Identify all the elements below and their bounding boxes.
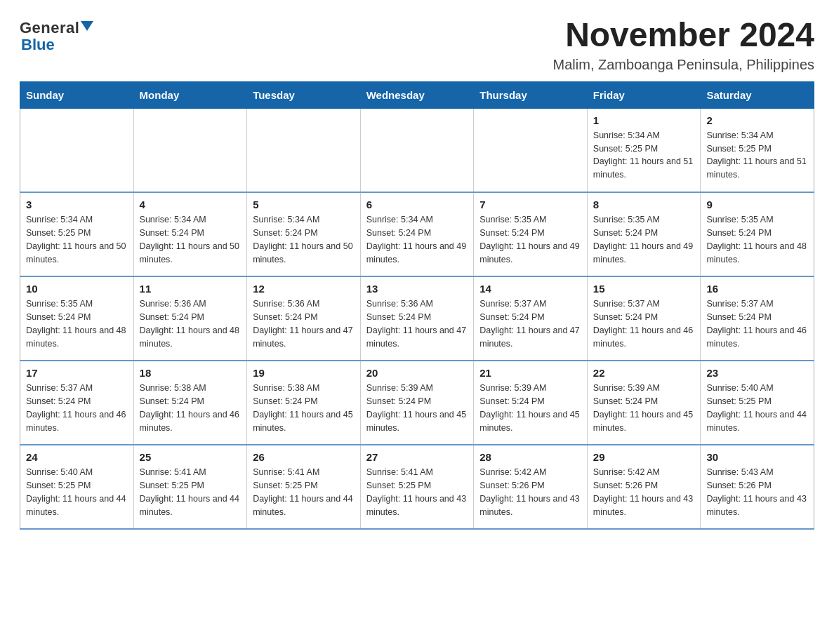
logo-blue-text: Blue	[21, 36, 55, 53]
calendar-cell: 2Sunrise: 5:34 AM Sunset: 5:25 PM Daylig…	[701, 108, 814, 192]
day-info: Sunrise: 5:34 AM Sunset: 5:24 PM Dayligh…	[366, 213, 468, 266]
calendar-cell	[247, 108, 361, 192]
calendar-cell: 8Sunrise: 5:35 AM Sunset: 5:24 PM Daylig…	[587, 192, 701, 276]
day-info: Sunrise: 5:37 AM Sunset: 5:24 PM Dayligh…	[26, 382, 128, 434]
day-number: 22	[593, 367, 695, 379]
day-info: Sunrise: 5:41 AM Sunset: 5:25 PM Dayligh…	[140, 466, 241, 518]
day-info: Sunrise: 5:40 AM Sunset: 5:25 PM Dayligh…	[706, 382, 808, 434]
day-info: Sunrise: 5:41 AM Sunset: 5:25 PM Dayligh…	[366, 466, 468, 518]
calendar-subtitle: Malim, Zamboanga Peninsula, Philippines	[553, 57, 814, 73]
calendar-cell: 14Sunrise: 5:37 AM Sunset: 5:24 PM Dayli…	[474, 276, 588, 361]
day-number: 26	[253, 451, 355, 463]
calendar-cell: 23Sunrise: 5:40 AM Sunset: 5:25 PM Dayli…	[701, 361, 814, 445]
day-number: 8	[593, 199, 695, 210]
calendar-week-row: 10Sunrise: 5:35 AM Sunset: 5:24 PM Dayli…	[20, 276, 814, 361]
calendar-week-row: 1Sunrise: 5:34 AM Sunset: 5:25 PM Daylig…	[20, 108, 814, 192]
day-number: 20	[366, 367, 468, 379]
calendar-cell: 20Sunrise: 5:39 AM Sunset: 5:24 PM Dayli…	[360, 361, 474, 445]
day-info: Sunrise: 5:42 AM Sunset: 5:26 PM Dayligh…	[593, 466, 695, 518]
day-number: 14	[479, 283, 581, 295]
day-info: Sunrise: 5:39 AM Sunset: 5:24 PM Dayligh…	[479, 382, 581, 434]
day-info: Sunrise: 5:43 AM Sunset: 5:26 PM Dayligh…	[706, 466, 808, 518]
calendar-cell: 1Sunrise: 5:34 AM Sunset: 5:25 PM Daylig…	[587, 108, 701, 192]
calendar-cell: 15Sunrise: 5:37 AM Sunset: 5:24 PM Dayli…	[587, 276, 701, 361]
day-number: 17	[26, 367, 128, 379]
calendar-cell: 27Sunrise: 5:41 AM Sunset: 5:25 PM Dayli…	[360, 445, 474, 529]
calendar-cell: 4Sunrise: 5:34 AM Sunset: 5:24 PM Daylig…	[133, 192, 247, 276]
day-number: 28	[479, 451, 581, 463]
calendar-cell: 3Sunrise: 5:34 AM Sunset: 5:25 PM Daylig…	[20, 192, 134, 276]
calendar-cell: 18Sunrise: 5:38 AM Sunset: 5:24 PM Dayli…	[133, 361, 247, 445]
header: General Blue November 2024 Malim, Zamboa…	[20, 17, 814, 73]
calendar-cell: 6Sunrise: 5:34 AM Sunset: 5:24 PM Daylig…	[360, 192, 474, 276]
calendar-cell: 19Sunrise: 5:38 AM Sunset: 5:24 PM Dayli…	[247, 361, 361, 445]
calendar-cell: 26Sunrise: 5:41 AM Sunset: 5:25 PM Dayli…	[247, 445, 361, 529]
calendar-cell: 22Sunrise: 5:39 AM Sunset: 5:24 PM Dayli…	[587, 361, 701, 445]
calendar-cell: 25Sunrise: 5:41 AM Sunset: 5:25 PM Dayli…	[133, 445, 247, 529]
day-number: 6	[366, 199, 468, 210]
day-info: Sunrise: 5:38 AM Sunset: 5:24 PM Dayligh…	[140, 382, 241, 434]
day-of-week-header: Thursday	[474, 81, 588, 108]
calendar-cell: 30Sunrise: 5:43 AM Sunset: 5:26 PM Dayli…	[701, 445, 814, 529]
logo-general-text: General	[20, 20, 79, 36]
calendar-table: SundayMondayTuesdayWednesdayThursdayFrid…	[20, 81, 814, 530]
day-info: Sunrise: 5:39 AM Sunset: 5:24 PM Dayligh…	[593, 382, 695, 434]
day-number: 7	[479, 199, 581, 210]
day-number: 4	[140, 199, 241, 210]
calendar-cell: 11Sunrise: 5:36 AM Sunset: 5:24 PM Dayli…	[133, 276, 247, 361]
day-number: 10	[26, 283, 128, 295]
day-info: Sunrise: 5:41 AM Sunset: 5:25 PM Dayligh…	[253, 466, 355, 518]
day-info: Sunrise: 5:42 AM Sunset: 5:26 PM Dayligh…	[479, 466, 581, 518]
calendar-cell: 24Sunrise: 5:40 AM Sunset: 5:25 PM Dayli…	[20, 445, 134, 529]
logo: General Blue	[20, 17, 93, 53]
calendar-cell: 13Sunrise: 5:36 AM Sunset: 5:24 PM Dayli…	[360, 276, 474, 361]
calendar-cell: 17Sunrise: 5:37 AM Sunset: 5:24 PM Dayli…	[20, 361, 134, 445]
calendar-cell: 9Sunrise: 5:35 AM Sunset: 5:24 PM Daylig…	[701, 192, 814, 276]
day-info: Sunrise: 5:35 AM Sunset: 5:24 PM Dayligh…	[593, 213, 695, 266]
day-of-week-header: Tuesday	[247, 81, 361, 108]
day-of-week-header: Friday	[587, 81, 701, 108]
calendar-cell: 10Sunrise: 5:35 AM Sunset: 5:24 PM Dayli…	[20, 276, 134, 361]
calendar-cell: 7Sunrise: 5:35 AM Sunset: 5:24 PM Daylig…	[474, 192, 588, 276]
day-number: 29	[593, 451, 695, 463]
day-info: Sunrise: 5:34 AM Sunset: 5:25 PM Dayligh…	[26, 213, 128, 266]
day-of-week-header: Saturday	[701, 81, 814, 108]
calendar-cell: 29Sunrise: 5:42 AM Sunset: 5:26 PM Dayli…	[587, 445, 701, 529]
calendar-header-row: SundayMondayTuesdayWednesdayThursdayFrid…	[20, 81, 814, 108]
day-info: Sunrise: 5:36 AM Sunset: 5:24 PM Dayligh…	[253, 297, 355, 350]
day-number: 24	[26, 451, 128, 463]
day-number: 16	[706, 283, 808, 295]
day-info: Sunrise: 5:34 AM Sunset: 5:24 PM Dayligh…	[140, 213, 241, 266]
day-info: Sunrise: 5:35 AM Sunset: 5:24 PM Dayligh…	[479, 213, 581, 266]
day-info: Sunrise: 5:35 AM Sunset: 5:24 PM Dayligh…	[26, 297, 128, 350]
calendar-cell	[20, 108, 134, 192]
calendar-cell: 16Sunrise: 5:37 AM Sunset: 5:24 PM Dayli…	[701, 276, 814, 361]
calendar-cell	[133, 108, 247, 192]
day-number: 15	[593, 283, 695, 295]
calendar-cell	[360, 108, 474, 192]
day-number: 12	[253, 283, 355, 295]
calendar-cell	[474, 108, 588, 192]
day-info: Sunrise: 5:38 AM Sunset: 5:24 PM Dayligh…	[253, 382, 355, 434]
day-info: Sunrise: 5:35 AM Sunset: 5:24 PM Dayligh…	[706, 213, 808, 266]
day-number: 19	[253, 367, 355, 379]
day-number: 27	[366, 451, 468, 463]
day-number: 25	[140, 451, 241, 463]
day-number: 23	[706, 367, 808, 379]
day-of-week-header: Sunday	[20, 81, 134, 108]
day-of-week-header: Monday	[133, 81, 247, 108]
day-number: 11	[140, 283, 241, 295]
day-number: 30	[706, 451, 808, 463]
day-info: Sunrise: 5:39 AM Sunset: 5:24 PM Dayligh…	[366, 382, 468, 434]
day-number: 13	[366, 283, 468, 295]
day-info: Sunrise: 5:37 AM Sunset: 5:24 PM Dayligh…	[593, 297, 695, 350]
day-info: Sunrise: 5:37 AM Sunset: 5:24 PM Dayligh…	[479, 297, 581, 350]
day-number: 1	[593, 114, 695, 126]
day-info: Sunrise: 5:37 AM Sunset: 5:24 PM Dayligh…	[706, 297, 808, 350]
day-of-week-header: Wednesday	[360, 81, 474, 108]
day-info: Sunrise: 5:36 AM Sunset: 5:24 PM Dayligh…	[140, 297, 241, 350]
calendar-cell: 21Sunrise: 5:39 AM Sunset: 5:24 PM Dayli…	[474, 361, 588, 445]
calendar-cell: 28Sunrise: 5:42 AM Sunset: 5:26 PM Dayli…	[474, 445, 588, 529]
day-info: Sunrise: 5:34 AM Sunset: 5:25 PM Dayligh…	[593, 129, 695, 182]
day-number: 18	[140, 367, 241, 379]
